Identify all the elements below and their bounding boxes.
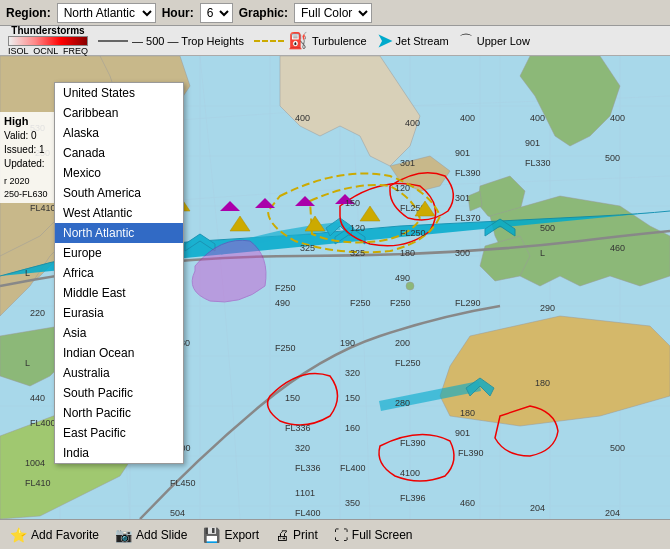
svg-text:901: 901 [455,428,470,438]
dropdown-item-canada[interactable]: Canada [55,143,183,163]
top-toolbar: Region: North Atlantic Hour: 6 Graphic: … [0,0,670,26]
svg-text:F250: F250 [390,298,411,308]
upper-low-legend: ⌒ Upper Low [459,32,530,50]
svg-text:460: 460 [460,498,475,508]
turbulence-label: Turbulence [312,35,367,47]
svg-text:F250: F250 [275,283,296,293]
dropdown-item-caribbean[interactable]: Caribbean [55,103,183,123]
info-panel: High Valid: 0 Issued: 1 Updated: r 2020 … [0,112,55,203]
svg-text:4100: 4100 [400,468,420,478]
svg-text:160: 160 [345,423,360,433]
svg-text:FL400: FL400 [340,463,366,473]
freq-label: FREQ [63,46,88,56]
legend-bar: Thunderstorms ISOL OCNL FREQ — 500 — Tro… [0,26,670,56]
graphic-label: Graphic: [239,6,288,20]
dropdown-item-north-atlantic[interactable]: North Atlantic [55,223,183,243]
svg-text:400: 400 [460,113,475,123]
region-select[interactable]: North Atlantic [57,3,156,23]
dropdown-item-south-pacific[interactable]: South Pacific [55,383,183,403]
trop-heights-legend: — 500 — Trop Heights [98,35,244,47]
svg-text:FL330: FL330 [525,158,551,168]
svg-text:504: 504 [170,508,185,518]
svg-text:FL400: FL400 [30,418,56,428]
dropdown-item-europe[interactable]: Europe [55,243,183,263]
svg-text:500: 500 [540,223,555,233]
thunderstorms-legend: Thunderstorms ISOL OCNL FREQ [8,25,88,56]
dropdown-item-united-states[interactable]: United States [55,83,183,103]
jet-stream-legend: ➤ Jet Stream [377,30,449,52]
svg-text:F250: F250 [350,298,371,308]
svg-text:901: 901 [455,148,470,158]
dropdown-item-south-america[interactable]: South America [55,183,183,203]
thunderstorms-label: Thunderstorms [11,25,84,36]
svg-text:460: 460 [610,243,625,253]
svg-text:325: 325 [300,243,315,253]
svg-text:FL396: FL396 [400,493,426,503]
print-button[interactable]: 🖨 Print [275,527,318,543]
upper-low-label: Upper Low [477,35,530,47]
add-slide-icon: 📷 [115,527,132,543]
dropdown-item-indian-ocean[interactable]: Indian Ocean [55,343,183,363]
fl-range: 250-FL630 [4,188,51,201]
svg-text:400: 400 [405,118,420,128]
hour-select[interactable]: 6 [200,3,233,23]
dropdown-item-asia[interactable]: Asia [55,323,183,343]
svg-text:150: 150 [345,198,360,208]
print-label: Print [293,528,318,542]
svg-text:L: L [25,358,30,368]
dropdown-item-eurasia[interactable]: Eurasia [55,303,183,323]
svg-text:300: 300 [455,248,470,258]
valid-label: Valid: 0 [4,129,51,143]
dropdown-item-alaska[interactable]: Alaska [55,123,183,143]
dropdown-item-australia[interactable]: Australia [55,363,183,383]
dropdown-item-west-atlantic[interactable]: West Atlantic [55,203,183,223]
add-favorite-label: Add Favorite [31,528,99,542]
dropdown-item-mexico[interactable]: Mexico [55,163,183,183]
svg-text:500: 500 [610,443,625,453]
full-screen-label: Full Screen [352,528,413,542]
turbulence-dashed [254,40,284,42]
issued-label: Issued: 1 [4,143,51,157]
export-button[interactable]: 💾 Export [203,527,259,543]
svg-text:FL390: FL390 [455,168,481,178]
svg-text:325: 325 [350,248,365,258]
svg-text:400: 400 [530,113,545,123]
svg-text:440: 440 [30,393,45,403]
svg-text:L: L [540,248,545,258]
dropdown-item-africa[interactable]: Africa [55,263,183,283]
svg-text:FL336: FL336 [285,423,311,433]
trop-line [98,40,128,42]
dropdown-item-north-pacific[interactable]: North Pacific [55,403,183,423]
dropdown-item-india[interactable]: India [55,443,183,463]
map-date: r 2020 [4,175,51,188]
svg-text:180: 180 [535,378,550,388]
svg-text:301: 301 [455,193,470,203]
jet-stream-label: Jet Stream [396,35,449,47]
turbulence-legend: ⛽ Turbulence [254,31,367,50]
svg-text:FL450: FL450 [170,478,196,488]
dropdown-item-middle-east[interactable]: Middle East [55,283,183,303]
svg-text:120: 120 [350,223,365,233]
add-slide-button[interactable]: 📷 Add Slide [115,527,187,543]
svg-text:320: 320 [345,368,360,378]
svg-point-19 [406,282,414,290]
svg-text:FL336: FL336 [295,463,321,473]
svg-text:FL410: FL410 [25,478,51,488]
thunderstorms-scale: ISOL OCNL FREQ [8,46,88,56]
dropdown-item-east-pacific[interactable]: East Pacific [55,423,183,443]
svg-text:1101: 1101 [295,488,315,498]
svg-text:320: 320 [295,443,310,453]
svg-text:400: 400 [295,113,310,123]
svg-text:150: 150 [345,393,360,403]
high-label: High [4,114,51,129]
export-icon: 💾 [203,527,220,543]
svg-text:F250: F250 [275,343,296,353]
full-screen-button[interactable]: ⛶ Full Screen [334,527,413,543]
region-dropdown[interactable]: United States Caribbean Alaska Canada Me… [54,82,184,464]
svg-text:204: 204 [605,508,620,518]
ocnl-label: OCNL [33,46,58,56]
graphic-select[interactable]: Full Color [294,3,372,23]
add-favorite-button[interactable]: ⭐ Add Favorite [10,527,99,543]
main-content: 530 250 FL410 L 220 L 440 FL400 1004 FL4… [0,56,670,519]
upper-low-symbol: ⌒ [459,32,473,50]
